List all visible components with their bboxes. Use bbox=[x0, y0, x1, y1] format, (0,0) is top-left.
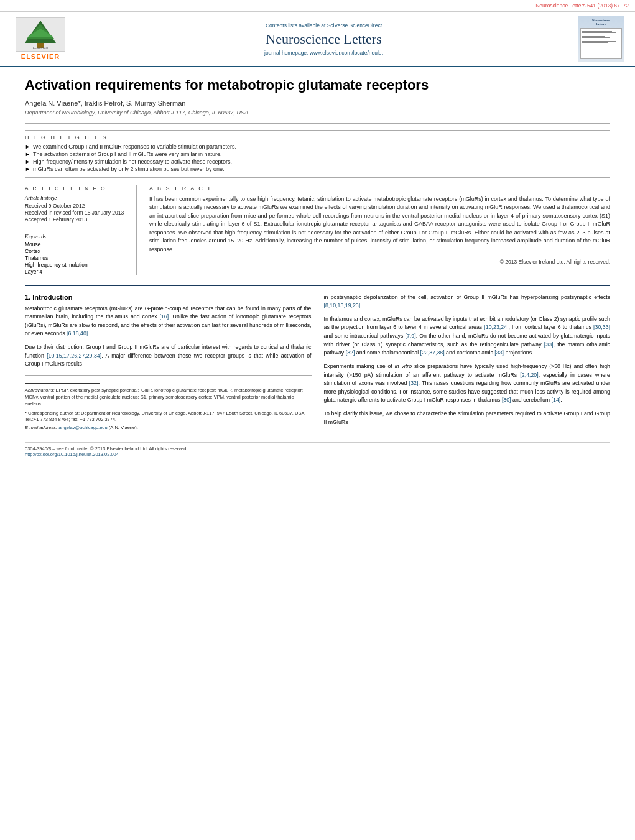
intro-para-3: in postsynaptic depolarization of the ce… bbox=[324, 293, 611, 310]
article-info-title: A R T I C L E I N F O bbox=[25, 185, 127, 192]
main-col-left: 1. Introduction Metabotropic glutamate r… bbox=[25, 293, 312, 433]
abbreviations-footnote: Abbreviations: EPSP, excitatory post syn… bbox=[25, 387, 312, 408]
sciverse-info: Contents lists available at SciVerse Sci… bbox=[81, 22, 567, 29]
footnote-area: Abbreviations: EPSP, excitatory post syn… bbox=[25, 375, 312, 432]
keyword-5: Layer 4 bbox=[25, 269, 127, 275]
revised-date: Received in revised form 15 January 2013 bbox=[25, 210, 127, 216]
bottom-bar: 0304-3940/$ – see front matter © 2013 El… bbox=[25, 442, 610, 457]
keyword-1: Mouse bbox=[25, 241, 127, 247]
elsevier-wordmark: ELSEVIER bbox=[21, 53, 60, 60]
accepted-date: Accepted 1 February 2013 bbox=[25, 216, 127, 223]
intro-para-4: In thalamus and cortex, mGluRs can be ac… bbox=[324, 315, 611, 358]
intro-para-5: Experiments making use of in vitro slice… bbox=[324, 362, 611, 405]
header-main: ELSEVIER ELSEVIER Contents lists availab… bbox=[0, 12, 635, 67]
copyright-line: © 2013 Elsevier Ireland Ltd. All rights … bbox=[149, 259, 610, 265]
keyword-3: Thalamus bbox=[25, 255, 127, 261]
article-main-body: 1. Introduction Metabotropic glutamate r… bbox=[25, 285, 610, 433]
elsevier-tree-icon: ELSEVIER bbox=[16, 17, 65, 52]
history-title: Article history: bbox=[25, 195, 127, 201]
intro-heading: 1. Introduction bbox=[25, 293, 312, 301]
keywords-title: Keywords: bbox=[25, 233, 127, 239]
svg-marker-3 bbox=[28, 29, 53, 37]
corresponding-author-footnote: * Corresponding author at: Department of… bbox=[25, 410, 312, 424]
abstract-text: It has been common experimentally to use… bbox=[149, 195, 610, 254]
footnote-divider bbox=[25, 383, 100, 384]
received-date: Received 9 October 2012 bbox=[25, 203, 127, 209]
article-body: A R T I C L E I N F O Article history: R… bbox=[25, 185, 610, 275]
doi-line[interactable]: http://dx.doi.org/10.1016/j.neulet.2013.… bbox=[25, 451, 610, 457]
keyword-4: High-frequency stimulation bbox=[25, 262, 127, 268]
abstract-section: A B S T R A C T It has been common exper… bbox=[149, 185, 610, 275]
homepage-url[interactable]: www.elsevier.com/locate/neulet bbox=[310, 50, 383, 56]
sciverse-link-text[interactable]: SciVerse ScienceDirect bbox=[327, 22, 382, 29]
journal-title: Neuroscience Letters bbox=[81, 31, 567, 47]
email-footnote: E-mail address: angelav@uchicago.edu (A.… bbox=[25, 425, 312, 432]
abstract-title: A B S T R A C T bbox=[149, 185, 610, 192]
article-info: A R T I C L E I N F O Article history: R… bbox=[25, 185, 137, 275]
intro-para-2: Due to their distribution, Group I and G… bbox=[25, 343, 312, 369]
journal-ref-text: Neuroscience Letters 541 (2013) 67–72 bbox=[535, 2, 629, 9]
svg-text:ELSEVIER: ELSEVIER bbox=[33, 46, 49, 50]
issn-line: 0304-3940/$ – see front matter © 2013 El… bbox=[25, 446, 610, 451]
highlight-item-2: The activation patterns of Group I and I… bbox=[25, 151, 610, 157]
highlights-section: H I G H L I G H T S We examined Group I … bbox=[25, 130, 610, 178]
highlight-item-4: mGluRs can often be activated by only 2 … bbox=[25, 166, 610, 172]
journal-thumbnail: NeuroscienceLetters bbox=[573, 16, 629, 62]
article-title: Activation requirements for metabotropic… bbox=[25, 76, 610, 95]
highlight-item-1: We examined Group I and II mGluR respons… bbox=[25, 144, 610, 150]
highlight-item-3: High-frequency/intensity stimulation is … bbox=[25, 159, 610, 165]
intro-para-1: Metabotropic glutamate receptors (mGluRs… bbox=[25, 305, 312, 339]
journal-reference: Neuroscience Letters 541 (2013) 67–72 bbox=[0, 0, 635, 12]
article-authors: Angela N. Viaene*, Iraklis Petrof, S. Mu… bbox=[25, 99, 610, 107]
intro-para-6: To help clarify this issue, we chose to … bbox=[324, 410, 611, 427]
highlights-title: H I G H L I G H T S bbox=[25, 134, 610, 141]
keyword-2: Cortex bbox=[25, 248, 127, 254]
journal-homepage: journal homepage: www.elsevier.com/locat… bbox=[81, 50, 567, 56]
elsevier-logo-area: ELSEVIER ELSEVIER bbox=[6, 17, 75, 60]
journal-header-center: Contents lists available at SciVerse Sci… bbox=[75, 22, 573, 56]
main-content: Activation requirements for metabotropic… bbox=[0, 67, 635, 469]
article-affiliation: Department of Neurobiology, University o… bbox=[25, 109, 610, 116]
journal-cover-image: NeuroscienceLetters bbox=[578, 16, 624, 62]
main-col-right: in postsynaptic depolarization of the ce… bbox=[324, 293, 611, 433]
divider-1 bbox=[25, 123, 610, 124]
info-divider bbox=[25, 228, 127, 228]
